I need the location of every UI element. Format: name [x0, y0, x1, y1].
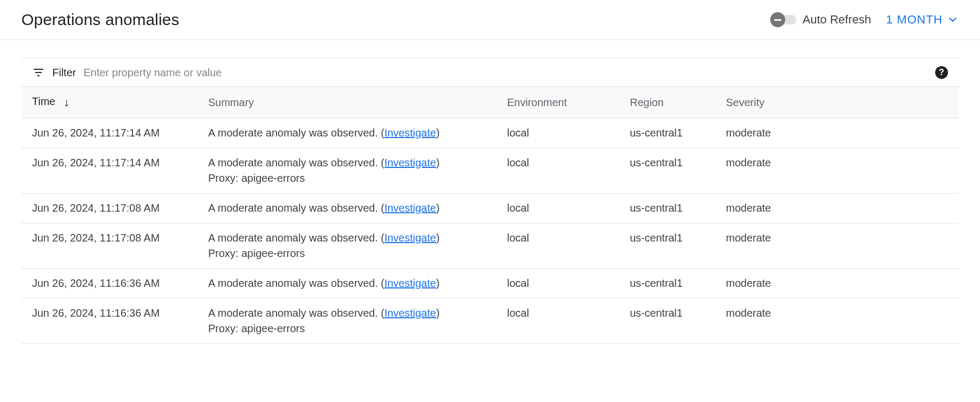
cell-severity: moderate — [715, 223, 959, 269]
col-header-time[interactable]: Time ↓ — [21, 87, 197, 118]
summary-subtext: Proxy: apigee-errors — [208, 172, 486, 184]
paren-close: ) — [436, 232, 440, 244]
chevron-down-icon — [947, 14, 959, 26]
cell-region: us-central1 — [619, 269, 715, 299]
cell-environment: local — [496, 223, 619, 269]
cell-severity: moderate — [715, 148, 959, 194]
content: Filter ? Time ↓ Summary Environment Regi… — [0, 40, 980, 344]
cell-region: us-central1 — [619, 223, 715, 269]
cell-severity: moderate — [715, 118, 959, 148]
investigate-link[interactable]: Investigate — [384, 127, 436, 139]
summary-message: A moderate anomaly was observed. — [208, 232, 381, 244]
col-header-environment[interactable]: Environment — [496, 87, 619, 118]
toggle-track — [772, 15, 796, 25]
arrow-down-icon: ↓ — [64, 95, 69, 109]
cell-summary: A moderate anomaly was observed. (Invest… — [197, 269, 496, 299]
filter-input[interactable] — [83, 67, 928, 79]
cell-severity: moderate — [715, 194, 959, 223]
cell-region: us-central1 — [619, 118, 715, 148]
page-title: Operations anomalies — [21, 11, 179, 29]
help-icon[interactable]: ? — [935, 66, 948, 79]
cell-environment: local — [496, 194, 619, 223]
paren-close: ) — [436, 307, 440, 319]
summary-text: A moderate anomaly was observed. (Invest… — [208, 157, 486, 169]
auto-refresh-label: Auto Refresh — [803, 13, 871, 27]
paren-close: ) — [436, 277, 440, 289]
cell-time: Jun 26, 2024, 11:17:14 AM — [21, 148, 197, 194]
header-controls: Auto Refresh 1 MONTH — [772, 13, 959, 27]
col-header-severity[interactable]: Severity — [715, 87, 959, 118]
col-header-summary[interactable]: Summary — [197, 87, 496, 118]
time-range-label: 1 MONTH — [886, 13, 943, 27]
investigate-link[interactable]: Investigate — [384, 307, 436, 319]
summary-subtext: Proxy: apigee-errors — [208, 247, 486, 260]
table-row: Jun 26, 2024, 11:16:36 AMA moderate anom… — [21, 269, 959, 299]
cell-time: Jun 26, 2024, 11:16:36 AM — [21, 299, 197, 344]
summary-text: A moderate anomaly was observed. (Invest… — [208, 127, 486, 139]
summary-text: A moderate anomaly was observed. (Invest… — [208, 232, 486, 244]
summary-text: A moderate anomaly was observed. (Invest… — [208, 307, 486, 319]
cell-summary: A moderate anomaly was observed. (Invest… — [197, 194, 496, 223]
summary-message: A moderate anomaly was observed. — [208, 157, 381, 168]
table-row: Jun 26, 2024, 11:17:08 AMA moderate anom… — [21, 194, 959, 223]
summary-message: A moderate anomaly was observed. — [208, 127, 381, 139]
table-row: Jun 26, 2024, 11:16:36 AMA moderate anom… — [21, 299, 959, 344]
summary-message: A moderate anomaly was observed. — [208, 307, 381, 319]
cell-severity: moderate — [715, 269, 959, 299]
investigate-link[interactable]: Investigate — [384, 157, 436, 168]
cell-time: Jun 26, 2024, 11:16:36 AM — [21, 269, 197, 299]
table-row: Jun 26, 2024, 11:17:08 AMA moderate anom… — [21, 223, 959, 269]
paren-close: ) — [436, 127, 440, 139]
cell-time: Jun 26, 2024, 11:17:08 AM — [21, 223, 197, 269]
cell-region: us-central1 — [619, 194, 715, 223]
summary-message: A moderate anomaly was observed. — [208, 277, 381, 289]
table-row: Jun 26, 2024, 11:17:14 AMA moderate anom… — [21, 118, 959, 148]
col-header-region[interactable]: Region — [619, 87, 715, 118]
summary-text: A moderate anomaly was observed. (Invest… — [208, 202, 486, 214]
cell-region: us-central1 — [619, 299, 715, 344]
minus-icon — [770, 12, 785, 27]
summary-text: A moderate anomaly was observed. (Invest… — [208, 277, 486, 290]
table-row: Jun 26, 2024, 11:17:14 AMA moderate anom… — [21, 148, 959, 194]
page-header: Operations anomalies Auto Refresh 1 MONT… — [0, 0, 980, 40]
cell-severity: moderate — [715, 299, 959, 344]
cell-summary: A moderate anomaly was observed. (Invest… — [197, 223, 496, 269]
auto-refresh-toggle[interactable]: Auto Refresh — [772, 13, 871, 27]
cell-time: Jun 26, 2024, 11:17:08 AM — [21, 194, 197, 223]
investigate-link[interactable]: Investigate — [384, 277, 436, 289]
time-range-dropdown[interactable]: 1 MONTH — [886, 13, 959, 27]
table-header-row: Time ↓ Summary Environment Region Severi… — [21, 87, 959, 118]
cell-region: us-central1 — [619, 148, 715, 194]
summary-subtext: Proxy: apigee-errors — [208, 323, 486, 335]
cell-environment: local — [496, 118, 619, 148]
investigate-link[interactable]: Investigate — [384, 202, 436, 214]
cell-summary: A moderate anomaly was observed. (Invest… — [197, 118, 496, 148]
summary-message: A moderate anomaly was observed. — [208, 202, 381, 214]
anomalies-table: Time ↓ Summary Environment Region Severi… — [21, 87, 959, 344]
filter-label: Filter — [52, 67, 76, 79]
cell-summary: A moderate anomaly was observed. (Invest… — [197, 299, 496, 344]
investigate-link[interactable]: Investigate — [384, 232, 436, 244]
col-header-time-label: Time — [32, 95, 56, 107]
cell-environment: local — [496, 148, 619, 194]
filter-bar: Filter ? — [21, 58, 959, 87]
filter-icon — [32, 66, 45, 79]
paren-close: ) — [436, 157, 440, 168]
cell-environment: local — [496, 269, 619, 299]
paren-close: ) — [436, 202, 440, 214]
cell-summary: A moderate anomaly was observed. (Invest… — [197, 148, 496, 194]
cell-time: Jun 26, 2024, 11:17:14 AM — [21, 118, 197, 148]
cell-environment: local — [496, 299, 619, 344]
